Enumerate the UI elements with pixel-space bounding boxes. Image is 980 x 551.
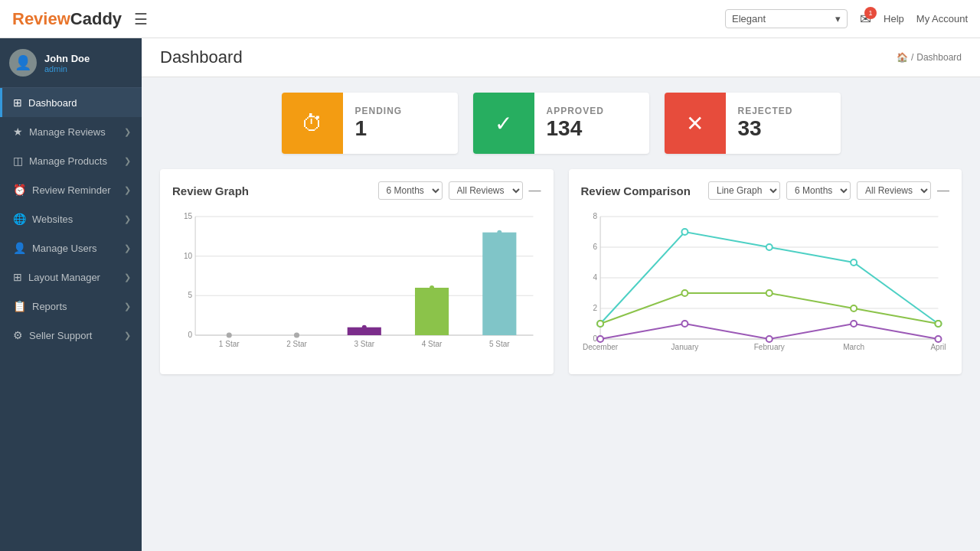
sidebar-item-label: Websites bbox=[32, 214, 73, 225]
svg-text:15: 15 bbox=[184, 212, 193, 220]
rejected-icon: ✕ bbox=[665, 93, 726, 154]
svg-text:April: April bbox=[930, 343, 946, 351]
sidebar-item-layout-manager[interactable]: ⊞ Layout Manager ❯ bbox=[0, 262, 142, 292]
help-link[interactable]: Help bbox=[884, 13, 904, 24]
approved-label: APPROVED bbox=[547, 106, 604, 116]
review-graph-time-select[interactable]: 6 Months3 Months1 Year bbox=[378, 181, 443, 200]
chevron-right-icon: ❯ bbox=[124, 243, 131, 253]
review-graph-card: Review Graph 6 Months3 Months1 Year All … bbox=[160, 169, 554, 374]
seller-support-icon: ⚙ bbox=[13, 329, 23, 341]
avatar: 👤 bbox=[9, 49, 37, 77]
chevron-right-icon: ❯ bbox=[124, 127, 131, 137]
svg-text:4 Star: 4 Star bbox=[422, 340, 443, 348]
svg-text:February: February bbox=[753, 343, 784, 351]
svg-text:2 Star: 2 Star bbox=[286, 340, 307, 348]
review-comparison-collapse[interactable]: — bbox=[937, 184, 949, 197]
stat-card-pending: ⏱ PENDING 1 bbox=[282, 93, 458, 154]
svg-text:1 Star: 1 Star bbox=[219, 340, 240, 348]
chevron-down-icon: ▾ bbox=[835, 13, 841, 24]
review-comparison-filter-select[interactable]: All ReviewsVerified bbox=[857, 181, 931, 200]
svg-point-39 bbox=[766, 244, 772, 250]
review-comparison-title: Review Comparison bbox=[581, 184, 691, 197]
review-comparison-header: Review Comparison Line GraphBar Graph 6 … bbox=[581, 181, 950, 200]
breadcrumb-label: Dashboard bbox=[916, 52, 962, 63]
sidebar-item-manage-products[interactable]: ◫ Manage Products ❯ bbox=[0, 146, 142, 175]
sidebar-item-label: Reports bbox=[32, 301, 67, 312]
sidebar-item-label: Seller Support bbox=[29, 330, 92, 341]
svg-point-50 bbox=[851, 321, 857, 327]
chevron-right-icon: ❯ bbox=[124, 272, 131, 282]
topnav-right: Elegant ▾ ✉ 1 Help My Account bbox=[725, 9, 968, 28]
home-icon: 🏠 bbox=[897, 52, 908, 63]
sidebar-nav: ⊞ Dashboard ★ Manage Reviews ❯ ◫ Manage … bbox=[0, 88, 142, 551]
svg-point-38 bbox=[681, 229, 688, 235]
account-link[interactable]: My Account bbox=[916, 13, 968, 24]
review-graph-title: Review Graph bbox=[172, 184, 249, 197]
websites-icon: 🌐 bbox=[13, 213, 26, 225]
sidebar-username: John Doe bbox=[44, 53, 90, 64]
chevron-right-icon: ❯ bbox=[124, 156, 131, 166]
logo-review: Review bbox=[12, 9, 70, 28]
sidebar-item-manage-reviews[interactable]: ★ Manage Reviews ❯ bbox=[0, 117, 142, 146]
svg-text:4: 4 bbox=[593, 273, 597, 282]
manage-reviews-icon: ★ bbox=[13, 126, 23, 138]
sidebar-item-label: Manage Products bbox=[29, 155, 107, 167]
content-area: ⏱ PENDING 1 ✓ APPROVED 134 ✕ REJECTED 33… bbox=[142, 77, 980, 390]
review-graph-filter-select[interactable]: All ReviewsVerifiedUnverified bbox=[449, 181, 523, 200]
pending-value: 1 bbox=[355, 116, 403, 141]
logo-caddy: Caddy bbox=[70, 9, 122, 28]
svg-text:December: December bbox=[582, 343, 618, 351]
review-graph-header: Review Graph 6 Months3 Months1 Year All … bbox=[172, 181, 541, 200]
sidebar-item-label: Review Reminder bbox=[32, 184, 111, 196]
page-title: Dashboard bbox=[160, 47, 243, 67]
sidebar-item-websites[interactable]: 🌐 Websites ❯ bbox=[0, 204, 142, 233]
review-comparison-controls: Line GraphBar Graph 6 Months3 Months1 Ye… bbox=[708, 181, 949, 200]
svg-text:March: March bbox=[843, 343, 864, 351]
stat-card-rejected: ✕ REJECTED 33 bbox=[665, 93, 841, 154]
svg-text:January: January bbox=[671, 343, 698, 351]
approved-value: 134 bbox=[547, 116, 604, 141]
bell-badge: 1 bbox=[864, 7, 877, 19]
layout-manager-icon: ⊞ bbox=[13, 271, 22, 283]
stat-card-approved: ✓ APPROVED 134 bbox=[473, 93, 649, 154]
theme-select[interactable]: Elegant ▾ bbox=[725, 9, 848, 28]
hamburger-icon[interactable]: ☰ bbox=[134, 10, 148, 28]
svg-point-17 bbox=[430, 285, 434, 290]
dashboard-icon: ⊞ bbox=[13, 96, 22, 109]
svg-point-15 bbox=[362, 325, 367, 330]
svg-text:2: 2 bbox=[593, 304, 597, 312]
review-graph-controls: 6 Months3 Months1 Year All ReviewsVerifi… bbox=[378, 181, 541, 200]
review-comparison-time-select[interactable]: 6 Months3 Months1 Year bbox=[786, 181, 851, 200]
sidebar-item-seller-support[interactable]: ⚙ Seller Support ❯ bbox=[0, 321, 142, 350]
sidebar-item-dashboard[interactable]: ⊞ Dashboard bbox=[0, 88, 142, 117]
svg-point-48 bbox=[681, 321, 688, 327]
svg-point-19 bbox=[497, 230, 501, 235]
sidebar-role: admin bbox=[44, 64, 90, 73]
approved-info: APPROVED 134 bbox=[534, 106, 616, 141]
bell-button[interactable]: ✉ 1 bbox=[860, 11, 871, 28]
chevron-right-icon: ❯ bbox=[124, 302, 131, 311]
bar-4 Star bbox=[415, 288, 449, 335]
pending-label: PENDING bbox=[355, 106, 403, 116]
sidebar-user: 👤 John Doe admin bbox=[0, 38, 142, 88]
svg-text:5 Star: 5 Star bbox=[489, 340, 510, 348]
svg-text:10: 10 bbox=[184, 252, 193, 260]
topnav: ReviewCaddy ☰ Elegant ▾ ✉ 1 Help My Acco… bbox=[0, 0, 980, 38]
sidebar-item-manage-users[interactable]: 👤 Manage Users ❯ bbox=[0, 233, 142, 262]
svg-text:0: 0 bbox=[188, 331, 193, 339]
page-header: Dashboard 🏠 / Dashboard bbox=[142, 38, 980, 77]
svg-point-11 bbox=[227, 333, 231, 337]
sidebar-item-reports[interactable]: 📋 Reports ❯ bbox=[0, 292, 142, 321]
rejected-value: 33 bbox=[738, 116, 793, 141]
svg-point-13 bbox=[294, 333, 299, 337]
breadcrumb: 🏠 / Dashboard bbox=[897, 52, 962, 63]
main-content: Dashboard 🏠 / Dashboard ⏱ PENDING 1 ✓ AP… bbox=[142, 38, 980, 551]
sidebar-item-label: Manage Users bbox=[32, 243, 97, 254]
sidebar-item-review-reminder[interactable]: ⏰ Review Reminder ❯ bbox=[0, 175, 142, 204]
review-comparison-graph-select[interactable]: Line GraphBar Graph bbox=[708, 181, 780, 200]
svg-point-42 bbox=[597, 321, 603, 327]
review-graph-collapse[interactable]: — bbox=[529, 184, 541, 197]
chevron-right-icon: ❯ bbox=[124, 214, 131, 224]
sidebar: 👤 John Doe admin ⊞ Dashboard ★ Manage Re… bbox=[0, 38, 142, 551]
svg-point-47 bbox=[597, 336, 603, 342]
